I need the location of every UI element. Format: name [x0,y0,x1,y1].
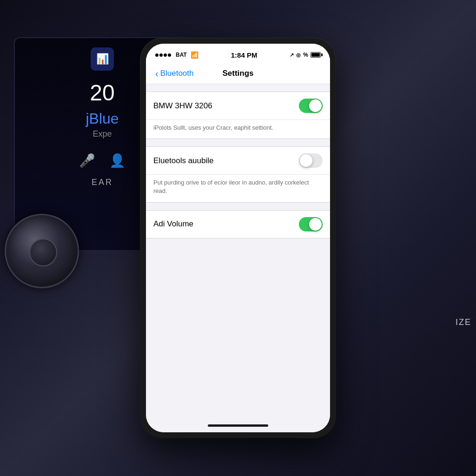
back-label: Bluetooth [160,69,194,78]
home-bar [208,424,268,427]
settings-section-adi-volume: Adi Volume [146,210,330,238]
eluetools-label: Eluetools auubile [153,156,299,165]
page-title: Settings [222,69,253,78]
status-time: 1:84 PM [231,51,258,59]
bmw-label: BMW 3HW 3206 [153,101,299,111]
adi-volume-label: Adi Volume [153,219,299,229]
signal-dot-4 [168,53,171,57]
nav-bar: ‹ Bluetooth Settings [146,64,330,84]
person-icon: 👤 [109,153,126,168]
bmw-toggle[interactable] [299,99,323,113]
carrier-label: BAT [176,52,187,58]
signal-indicators [155,53,171,57]
bmw-row: BMW 3HW 3206 [146,92,330,120]
chevron-left-icon: ‹ [155,69,159,78]
wifi-icon: 📶 [191,51,198,59]
mic-icon: 🎤 [79,153,95,168]
home-indicator [146,421,330,432]
adi-volume-row: Adi Volume [146,211,330,238]
percent-label: % [303,52,308,58]
signal-dot-1 [155,53,159,57]
phone-frame: BAT 📶 1:84 PM ↗ ◎ % ‹ Bluetooth [140,38,336,438]
battery-fill [311,53,320,57]
settings-list: BMW 3HW 3206 iPolots Sullt, uses your Cr… [146,84,330,421]
battery-icon [311,52,321,58]
signal-dot-3 [164,53,167,57]
signal-dot-2 [159,53,163,57]
knob-inner [29,238,57,266]
bmw-toggle-thumb [309,99,322,112]
location-icon: ↗ [290,52,294,58]
eluetools-toggle-thumb [300,154,312,167]
status-right: ↗ ◎ % [290,52,321,58]
status-bar: BAT 📶 1:84 PM ↗ ◎ % [146,44,330,64]
bmw-description: iPolots Sullt, uses your Cracr, eaphit s… [146,120,330,139]
ize-label: IZE [456,317,471,327]
control-knob [5,214,79,288]
eluetools-toggle[interactable] [299,153,323,168]
phone-wrapper: BAT 📶 1:84 PM ↗ ◎ % ‹ Bluetooth [140,38,336,438]
back-button[interactable]: ‹ Bluetooth [155,69,194,78]
empty-space [146,238,330,331]
adi-volume-toggle[interactable] [299,217,323,231]
knob-area [0,186,93,325]
settings-section-eluetools: Eluetools auubile Put purding orive to o… [146,146,330,202]
settings-section-bmw: BMW 3HW 3206 iPolots Sullt, uses your Cr… [146,92,330,139]
status-left: BAT 📶 [155,51,198,59]
phone-screen: BAT 📶 1:84 PM ↗ ◎ % ‹ Bluetooth [146,44,330,432]
eluetools-row: Eluetools auubile [146,147,330,175]
eluetools-description: Put purding orive to of ecior ileor in a… [146,175,330,202]
adi-volume-toggle-thumb [309,218,322,231]
alarm-icon: ◎ [296,52,301,58]
car-app-icon: 📊 [91,47,114,71]
